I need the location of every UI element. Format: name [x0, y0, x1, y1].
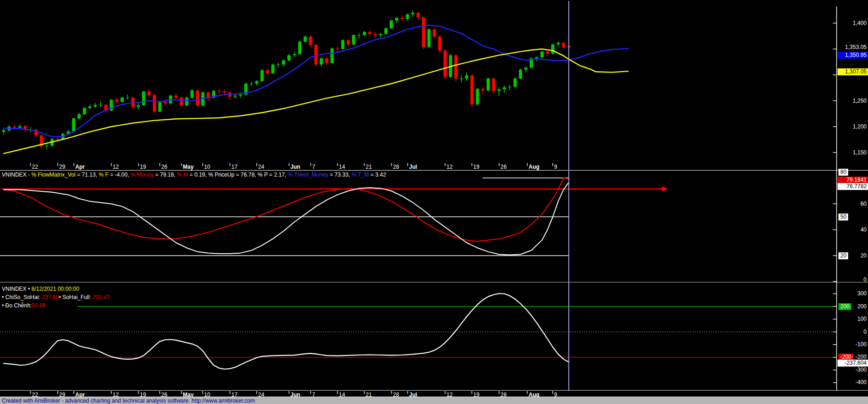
- date-label: 29: [59, 164, 65, 170]
- candle: [416, 13, 420, 18]
- candle: [562, 43, 565, 48]
- candle: [331, 49, 334, 63]
- candle: [487, 79, 490, 91]
- candle: [2, 130, 6, 132]
- candle: [78, 114, 81, 118]
- date-label: 24: [258, 164, 264, 170]
- oscillator-title-segment: VNINDEX -: [2, 171, 31, 178]
- candle: [303, 37, 307, 42]
- candle: [293, 54, 296, 55]
- candle: [314, 45, 318, 65]
- histogram-values-segment: -291.47: [91, 294, 110, 300]
- candle: [126, 98, 129, 98]
- axis-value-label: 1,400: [853, 20, 867, 27]
- axis-value-label: 1,353.05: [845, 44, 867, 51]
- candle: [309, 37, 312, 45]
- chart-canvas[interactable]: [0, 0, 868, 404]
- candle: [395, 18, 398, 21]
- axis-value-label: -400: [856, 379, 867, 386]
- histogram-values-segment: • ChiSo_SoHai:: [2, 294, 40, 300]
- candle: [250, 84, 253, 84]
- oscillator-title-segment: % T_M: [351, 171, 369, 178]
- histogram-panel-values: • ChiSo_SoHai:-237.60• SoHai_Full:-291.4…: [2, 294, 110, 300]
- axis-value-label: -300: [856, 367, 867, 373]
- date-label: 10: [204, 164, 210, 170]
- level-label: 1,350.95: [838, 52, 868, 59]
- candle: [336, 49, 339, 49]
- ma-fast-line: [4, 25, 628, 137]
- axis-value-label: 1,150: [853, 149, 867, 156]
- candle: [234, 96, 237, 97]
- oscillator-series-white: [4, 182, 569, 255]
- price-panel-title-text: VNINDEX - Daily 8/12/2021 00:00:00 Open …: [2, 0, 249, 7]
- candle: [524, 67, 528, 69]
- date-label: 14: [339, 164, 345, 170]
- candle: [411, 13, 415, 14]
- date-label: 28: [393, 164, 399, 170]
- level-label: 1,307.05: [838, 68, 868, 75]
- candle: [266, 70, 269, 73]
- candle: [374, 34, 377, 35]
- oscillator-title-segment: = 73.33,: [328, 171, 351, 178]
- date-label: 22: [32, 164, 38, 170]
- histogram-levels: [0, 306, 833, 357]
- panel-separators: [0, 6, 868, 391]
- candle: [18, 126, 21, 128]
- histogram-values-segment: • SoHai_Full:: [59, 294, 91, 300]
- candle: [175, 96, 178, 98]
- date-label: May: [183, 164, 193, 170]
- oscillator-series-red: [4, 178, 569, 241]
- candle: [368, 32, 371, 34]
- last-value-label: 76.7782: [838, 183, 868, 190]
- candle: [94, 105, 97, 106]
- candle: [508, 87, 512, 87]
- candle: [384, 28, 387, 34]
- date-label: 9: [554, 164, 557, 170]
- axis-value-label: 1,200: [853, 123, 867, 130]
- level-label: 50: [838, 214, 848, 220]
- candle: [347, 40, 350, 44]
- axis-value-label: -100: [856, 341, 867, 348]
- candle: [551, 44, 555, 54]
- candle: [546, 52, 549, 54]
- candle: [298, 42, 301, 54]
- candle: [282, 61, 285, 65]
- candle: [481, 89, 484, 90]
- candle: [357, 35, 361, 36]
- date-label: Aug: [529, 164, 539, 170]
- histogram-values2-segment: 53.86: [32, 302, 46, 309]
- candle: [513, 79, 517, 87]
- candle: [465, 75, 468, 79]
- candle: [390, 20, 393, 28]
- candle: [287, 55, 290, 60]
- candle: [277, 65, 280, 65]
- candle: [260, 70, 264, 81]
- candle: [422, 18, 425, 47]
- oscillator-title-segment: % F: [99, 171, 108, 178]
- candle: [115, 100, 118, 102]
- axis-value-label: 1,250: [853, 98, 867, 104]
- axis-value-label: 200: [857, 303, 867, 310]
- candle: [319, 58, 323, 64]
- candle: [497, 89, 500, 91]
- candle: [153, 95, 156, 112]
- date-label: 7: [312, 164, 315, 170]
- date-label: Jun: [290, 164, 300, 170]
- date-label: Jul: [409, 164, 417, 170]
- oscillator-title-segment: = 71.13,: [75, 171, 98, 178]
- candle: [137, 105, 140, 107]
- candle: [191, 91, 194, 98]
- candle: [438, 37, 441, 50]
- candle: [88, 106, 91, 108]
- oscillator-title-segment: = -4.00,: [108, 171, 131, 178]
- candle: [363, 32, 366, 35]
- candle: [433, 29, 436, 37]
- date-axis-top[interactable]: 2229Apr121926May101724Jun7142128Jul12192…: [0, 163, 834, 170]
- axis-value-label: 40: [861, 226, 867, 233]
- candle: [492, 79, 495, 91]
- candle: [196, 91, 199, 105]
- axis-value-label: 60: [861, 201, 867, 208]
- oscillator-title-segment: % M: [177, 171, 188, 178]
- candle: [503, 87, 506, 89]
- oscillator-title-segment: % Money: [131, 171, 154, 178]
